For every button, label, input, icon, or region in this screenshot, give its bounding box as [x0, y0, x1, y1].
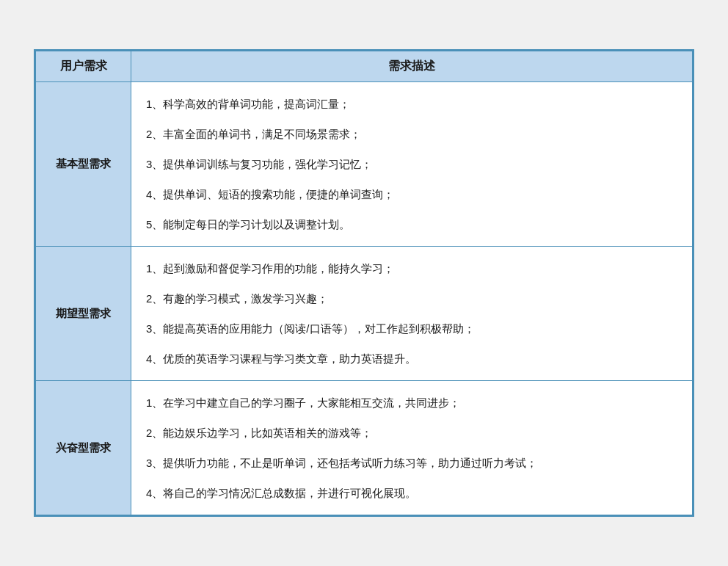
description-cell: 1、起到激励和督促学习作用的功能，能持久学习；2、有趣的学习模式，激发学习兴趣；…	[131, 247, 693, 381]
list-item: 3、能提高英语的应用能力（阅读/口语等），对工作起到积极帮助；	[146, 319, 677, 338]
list-item: 4、优质的英语学习课程与学习类文章，助力英语提升。	[146, 349, 677, 369]
list-item: 3、提供单词训练与复习功能，强化学习记忆；	[146, 154, 677, 174]
table-row: 兴奋型需求1、在学习中建立自己的学习圈子，大家能相互交流，共同进步；2、能边娱乐…	[36, 381, 693, 515]
list-item: 2、丰富全面的单词书，满足不同场景需求；	[146, 124, 677, 144]
list-item: 2、能边娱乐边学习，比如英语相关的游戏等；	[146, 423, 677, 443]
header-row: 用户需求 需求描述	[36, 51, 693, 82]
description-cell: 1、科学高效的背单词功能，提高词汇量；2、丰富全面的单词书，满足不同场景需求；3…	[131, 82, 693, 247]
list-item: 3、提供听力功能，不止是听单词，还包括考试听力练习等，助力通过听力考试；	[146, 453, 677, 473]
list-item: 4、将自己的学习情况汇总成数据，并进行可视化展现。	[146, 483, 677, 503]
requirements-table: 用户需求 需求描述 基本型需求1、科学高效的背单词功能，提高词汇量；2、丰富全面…	[35, 51, 693, 515]
list-item: 1、起到激励和督促学习作用的功能，能持久学习；	[146, 258, 677, 278]
list-item: 1、在学习中建立自己的学习圈子，大家能相互交流，共同进步；	[146, 393, 677, 413]
list-item: 4、提供单词、短语的搜索功能，便捷的单词查询；	[146, 184, 677, 204]
header-col2: 需求描述	[131, 51, 693, 82]
header-col1: 用户需求	[36, 51, 131, 82]
table-row: 基本型需求1、科学高效的背单词功能，提高词汇量；2、丰富全面的单词书，满足不同场…	[36, 82, 693, 247]
main-table-wrapper: 用户需求 需求描述 基本型需求1、科学高效的背单词功能，提高词汇量；2、丰富全面…	[34, 49, 694, 517]
list-item: 1、科学高效的背单词功能，提高词汇量；	[146, 94, 677, 114]
category-cell: 兴奋型需求	[36, 381, 131, 515]
category-cell: 基本型需求	[36, 82, 131, 247]
list-item: 2、有趣的学习模式，激发学习兴趣；	[146, 289, 677, 308]
category-cell: 期望型需求	[36, 247, 131, 381]
table-row: 期望型需求1、起到激励和督促学习作用的功能，能持久学习；2、有趣的学习模式，激发…	[36, 247, 693, 381]
list-item: 5、能制定每日的学习计划以及调整计划。	[146, 214, 677, 234]
description-cell: 1、在学习中建立自己的学习圈子，大家能相互交流，共同进步；2、能边娱乐边学习，比…	[131, 381, 693, 515]
